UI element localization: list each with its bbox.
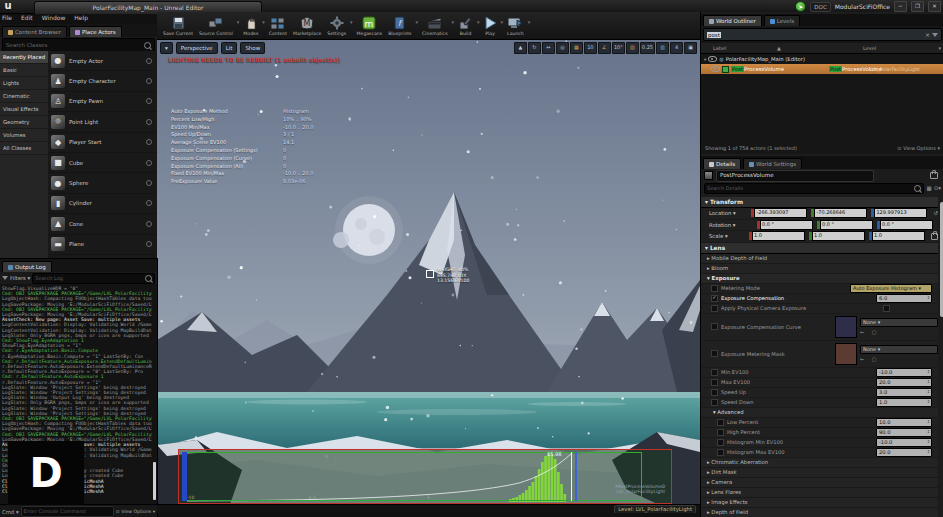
scale-label[interactable]: Scale ▾	[701, 233, 749, 239]
cmd-dropdown[interactable]: Cmd ▾	[2, 509, 19, 515]
checkbox-apply-physical-camera-exposure[interactable]	[711, 305, 718, 312]
value-checkbox-apply-physical-camera-exposure[interactable]	[883, 305, 890, 312]
section-bloom[interactable]: ▸ Bloom	[701, 264, 938, 274]
asset-action-icons[interactable]: ← ▢	[860, 329, 938, 335]
viewport-control-icon-12[interactable]: ▣	[684, 42, 697, 54]
transform-section-header[interactable]: ▾ Transform	[701, 197, 938, 208]
tab-world-outliner[interactable]: World Outliner	[703, 15, 762, 26]
rotation-y-field[interactable]: 0.0 °	[817, 220, 873, 230]
section-dirt-mask[interactable]: ▸ Dirt Mask	[701, 468, 938, 478]
category-all-classes[interactable]: All Classes	[0, 142, 48, 155]
tab-place-actors[interactable]: Place Actors	[69, 26, 122, 37]
maximize-button[interactable]: ❐	[911, 1, 924, 12]
section-exposure[interactable]: ▾ Exposure	[701, 274, 938, 284]
viewport-control-icon-1[interactable]: ↻	[528, 42, 541, 54]
close-button[interactable]: ✕	[928, 1, 941, 12]
dropdown-metering-mode[interactable]: Auto Exposure Histogram ▾	[850, 284, 932, 293]
expand-arrow-icon[interactable]: ▾	[704, 57, 706, 62]
asset-action-icons[interactable]: ← ▢	[860, 356, 938, 362]
viewport-options-button[interactable]: ▾	[160, 42, 173, 54]
sort-arrow-icon[interactable]: ▲	[777, 45, 781, 51]
section-lens[interactable]: ▾ Lens	[701, 243, 938, 254]
lock-icon[interactable]	[930, 172, 938, 179]
toolbar-marketplace-button[interactable]: MMarketplace	[290, 13, 324, 39]
spin-arrows-icon[interactable]: ↕	[927, 379, 930, 386]
place-item-sphere[interactable]: ●Sphere	[48, 173, 157, 193]
location-label[interactable]: Location ▾	[701, 210, 751, 216]
spin-arrows-icon[interactable]: ↕	[927, 439, 930, 446]
category-cinematic[interactable]: Cinematic	[0, 90, 48, 103]
checkbox-speed-up[interactable]	[711, 389, 718, 396]
output-log-tab[interactable]: Output Log	[2, 261, 52, 272]
visibility-eye-icon[interactable]	[711, 66, 720, 73]
checkbox[interactable]	[711, 350, 718, 357]
outliner-row-postprocessvolume[interactable]: PostProcessVolume PostProcessVolume LVL_…	[701, 64, 943, 74]
menu-file[interactable]: File	[2, 14, 12, 21]
checkbox-max-ev100[interactable]	[711, 379, 718, 386]
section-advanced[interactable]: ▾ Advanced	[701, 408, 938, 418]
value-low-percent[interactable]: 10.0↕	[876, 418, 932, 427]
location-y-field[interactable]: -70.268646	[811, 208, 867, 218]
toolbar-settings-button[interactable]: Settings	[324, 13, 349, 39]
dropdown-arrow-icon[interactable]: ▾	[452, 19, 455, 33]
value-speed-up[interactable]: 3.0↕	[876, 388, 932, 397]
toolbar-blueprints-button[interactable]: fBlueprints	[385, 13, 414, 39]
viewport-control-icon-0[interactable]: ▲	[514, 42, 527, 54]
place-item-cylinder[interactable]: ▮Cylinder	[48, 194, 157, 214]
section-depth-of-field[interactable]: ▸ Depth of Field	[701, 508, 938, 517]
checkbox-metering-mode[interactable]	[711, 285, 718, 292]
search-classes-input[interactable]: Search Classes	[2, 38, 155, 52]
scale-y-field[interactable]: 1.0	[809, 231, 865, 241]
asset-thumbnail[interactable]	[835, 343, 857, 365]
checkbox-histogram-min-ev100[interactable]	[717, 439, 724, 446]
viewport-control-icon-2[interactable]: ↔	[542, 42, 555, 54]
value-high-percent[interactable]: 90.0↕	[876, 428, 932, 437]
level-viewport[interactable]: ▾ Perspective Lit Show ▲↻↔◎▦10∠10°▧0.25▥…	[157, 40, 700, 513]
spin-arrows-icon[interactable]: ↕	[927, 369, 930, 376]
scale-x-field[interactable]: 1.0	[749, 231, 805, 241]
toolbar-content-button[interactable]: Content	[266, 13, 290, 39]
rotation-x-field[interactable]: 0.0 °	[757, 220, 813, 230]
viewport-control-icon-7[interactable]: 10°	[612, 42, 625, 54]
asset-picker-dropdown[interactable]: None ▾	[860, 318, 938, 327]
checkbox[interactable]	[711, 323, 718, 330]
viewport-control-icon-5[interactable]: 10	[584, 42, 597, 54]
checkbox-min-ev100[interactable]	[711, 369, 718, 376]
viewport-control-icon-10[interactable]: ▥	[656, 42, 669, 54]
checkbox-histogram-max-ev100[interactable]	[717, 449, 724, 456]
scale-lock-icon[interactable]	[931, 233, 938, 240]
toolbar-cinematics-button[interactable]: Cinematics	[419, 13, 451, 39]
dropdown-arrow-icon[interactable]: ▾	[237, 19, 240, 33]
spin-arrows-icon[interactable]: ↕	[927, 389, 930, 396]
toolbar-modes-button[interactable]: Modes	[240, 13, 261, 39]
asset-picker-dropdown[interactable]: None ▾	[860, 345, 938, 354]
outliner-view-options-button[interactable]: ⊙ View Options ▾	[897, 145, 940, 151]
launcher-update-icon[interactable]: ➤	[795, 1, 806, 12]
column-label[interactable]: Label	[701, 45, 727, 51]
reset-location-icon[interactable]: ↺	[933, 210, 938, 216]
asset-thumbnail[interactable]	[835, 316, 857, 338]
rotation-label[interactable]: Rotation ▾	[701, 222, 757, 228]
column-level[interactable]: Level	[863, 45, 876, 51]
minimize-button[interactable]: ─	[894, 1, 907, 12]
visibility-eye-icon[interactable]	[708, 56, 717, 63]
dropdown-arrow-icon[interactable]: ▾	[416, 19, 419, 33]
menu-help[interactable]: Help	[74, 14, 88, 21]
place-item-empty-character[interactable]: ♟Empty Character	[48, 71, 157, 91]
tab-levels[interactable]: Levels	[764, 15, 800, 26]
toolbar-save-current-button[interactable]: Save Current	[160, 13, 196, 39]
place-item-empty-actor[interactable]: ●Empty Actor	[48, 51, 157, 71]
location-z-field[interactable]: 129.997913	[871, 208, 927, 218]
value-histogram-max-ev100[interactable]: 20.0↕	[876, 448, 932, 457]
checkbox-exposure-compensation[interactable]: ✓	[711, 295, 718, 302]
tab-details[interactable]: Details	[703, 158, 741, 169]
category-volumes[interactable]: Volumes	[0, 129, 48, 142]
value-histogram-min-ev100[interactable]: -10.0↕	[876, 438, 932, 447]
value-min-ev100[interactable]: -10.0↕	[876, 368, 932, 377]
category-geometry[interactable]: Geometry	[0, 116, 48, 129]
spin-arrows-icon[interactable]: ↕	[927, 419, 930, 426]
toolbar-megascans-button[interactable]: mMegascans	[354, 13, 386, 39]
place-item-player-start[interactable]: ◆Player Start	[48, 133, 157, 153]
spin-arrows-icon[interactable]: ↕	[927, 429, 930, 436]
toolbar-build-button[interactable]: Build	[455, 13, 476, 39]
